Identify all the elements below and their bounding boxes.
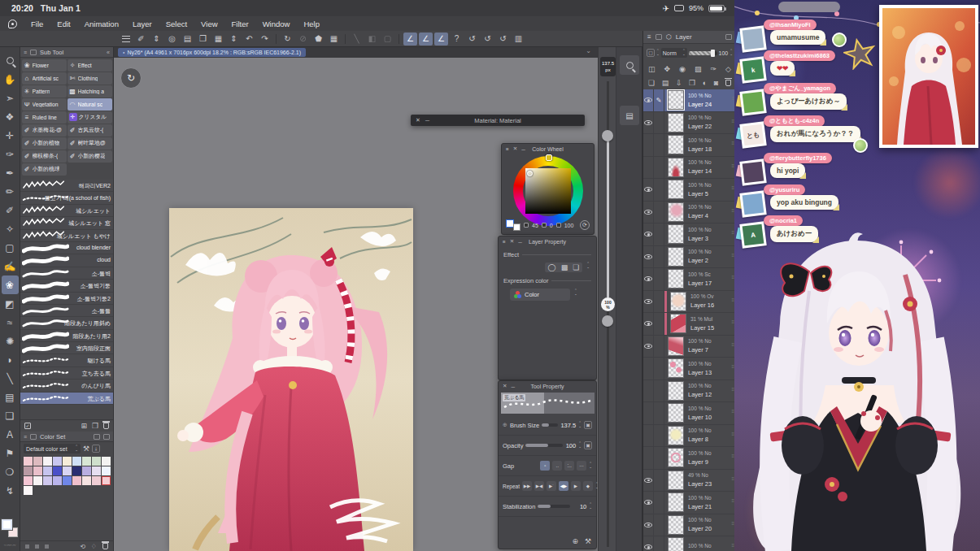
layer-visibility-cell[interactable] bbox=[643, 246, 654, 268]
eye-icon[interactable] bbox=[644, 299, 652, 304]
layer-thumbnail[interactable] bbox=[668, 471, 684, 490]
menu-filter[interactable]: Filter bbox=[232, 20, 249, 28]
brush-item[interactable]: 室内階段正面 bbox=[20, 342, 113, 354]
brush-item[interactable]: 소-돌벽기둥2 bbox=[20, 293, 113, 305]
save-options-icon[interactable]: ⇕ bbox=[227, 33, 241, 46]
subtool-group-11[interactable]: ✐古风云纹-( bbox=[68, 124, 112, 137]
layer-edit-cell[interactable] bbox=[654, 358, 664, 380]
color-swatch[interactable] bbox=[24, 486, 33, 495]
edit-in-clip-studio-icon[interactable]: ✐ bbox=[134, 33, 148, 46]
layer-edit-cell[interactable] bbox=[654, 291, 664, 313]
draft-layer-icon[interactable]: ✑ bbox=[711, 65, 717, 73]
color-swatch[interactable] bbox=[72, 466, 81, 475]
color-swatch[interactable] bbox=[63, 457, 72, 466]
color-swatch[interactable] bbox=[53, 476, 62, 485]
gap-stepper[interactable]: ⌃⌄ bbox=[589, 462, 592, 469]
brush-item[interactable]: 소-돌벽 bbox=[20, 267, 113, 280]
layer-visibility-cell[interactable] bbox=[643, 492, 654, 514]
color-swatch[interactable] bbox=[102, 466, 111, 475]
layer-row[interactable]: 100 % NoLayer 7≡ bbox=[643, 336, 736, 358]
edit-colorset-icon[interactable]: ⚒ bbox=[83, 445, 89, 453]
layer-visibility-cell[interactable] bbox=[643, 89, 654, 111]
repeat-option-5[interactable]: ◆ bbox=[583, 481, 593, 491]
stabilization-slider[interactable] bbox=[538, 505, 570, 508]
eraser-tool-icon[interactable]: ◩ bbox=[2, 294, 19, 313]
layer-edit-cell[interactable] bbox=[654, 425, 664, 447]
crop-frame-icon[interactable]: ▦ bbox=[327, 33, 341, 46]
brush-item[interactable]: 소-돌벽기둥 bbox=[20, 280, 113, 292]
subtool-group-10[interactable]: ✐水墨梅花-@ bbox=[22, 124, 67, 137]
new-file-icon[interactable]: ▤ bbox=[181, 33, 194, 46]
polyline-tool-icon[interactable]: ⚑ bbox=[2, 444, 19, 462]
close-icon[interactable]: ✕ bbox=[510, 238, 514, 245]
clip-to-layer-icon[interactable]: ◫ bbox=[648, 65, 656, 73]
layer-thumbnail[interactable] bbox=[670, 292, 686, 311]
menu-layer[interactable]: Layer bbox=[133, 20, 152, 28]
color-swatch[interactable] bbox=[24, 476, 33, 485]
material-panel-titlebar[interactable]: ✕ ─ Material: Material bbox=[411, 115, 585, 126]
color-swatch[interactable] bbox=[43, 466, 52, 475]
small-view-icon[interactable] bbox=[25, 544, 29, 549]
main-menu-icon[interactable] bbox=[119, 33, 133, 46]
repeat-option-4[interactable]: ▶ bbox=[571, 481, 581, 491]
layer-edit-cell[interactable] bbox=[654, 447, 664, 469]
eye-icon[interactable] bbox=[644, 98, 652, 102]
eye-icon[interactable] bbox=[644, 120, 652, 125]
layer-thumbnail[interactable] bbox=[668, 448, 684, 467]
subtool-group-12[interactable]: ✐小新的植物 bbox=[22, 137, 67, 150]
menu-edit[interactable]: Edit bbox=[57, 20, 70, 28]
subtool-group-9[interactable]: ✛クリスタル bbox=[68, 111, 112, 124]
layer-visibility-cell[interactable] bbox=[643, 134, 654, 156]
size-slider-knob[interactable] bbox=[602, 130, 613, 141]
color-swatch[interactable] bbox=[43, 457, 52, 466]
eyedropper-tool-icon[interactable]: ✑ bbox=[2, 145, 19, 163]
layer-row[interactable]: 100 % NoLayer 10≡ bbox=[643, 402, 736, 425]
gradient-disabled-icon[interactable]: ◧ bbox=[365, 33, 379, 46]
tone-effect-icon[interactable]: ▩ bbox=[561, 263, 568, 271]
minimize-icon[interactable]: ─ bbox=[511, 384, 515, 389]
brush-item[interactable]: 소-돌들 bbox=[20, 305, 113, 317]
color-swatch[interactable] bbox=[33, 466, 42, 475]
fg-bg-color-swatches[interactable] bbox=[506, 219, 520, 231]
repeat-option-3[interactable]: ◀▶ bbox=[559, 481, 568, 491]
frame-border-tool-icon[interactable]: ❏ bbox=[2, 406, 19, 425]
menu-window[interactable]: Window bbox=[263, 20, 290, 28]
layer-visibility-cell[interactable] bbox=[643, 536, 654, 551]
figure-tool-icon[interactable]: ↯ bbox=[2, 481, 19, 500]
subtool-group-13[interactable]: ✐树叶草地@ bbox=[68, 137, 112, 150]
hue-marker[interactable] bbox=[546, 154, 552, 161]
brush-size-value[interactable]: 137.5 bbox=[560, 422, 576, 429]
opacity-stepper[interactable]: ⌃⌄ bbox=[578, 442, 581, 449]
layer-thumbnail[interactable] bbox=[668, 202, 684, 222]
fill-tool-icon[interactable]: ◗ bbox=[2, 350, 19, 369]
opacity-slider-track[interactable] bbox=[607, 328, 609, 547]
fg-color-swatch[interactable] bbox=[2, 519, 12, 530]
layer-edit-cell[interactable] bbox=[654, 380, 664, 402]
layer-thumbnail[interactable] bbox=[668, 269, 684, 289]
opacity-slider-knob[interactable] bbox=[602, 315, 613, 327]
canvas-rotate-reset-button[interactable]: ↻ bbox=[120, 67, 142, 89]
layer-row[interactable]: 100 % NoLayer 12≡ bbox=[643, 380, 736, 403]
layer-thumbnail[interactable] bbox=[668, 403, 684, 423]
layer-edit-cell[interactable] bbox=[654, 179, 664, 201]
screen-mirroring-icon[interactable] bbox=[674, 5, 684, 11]
move-layer-tool-icon[interactable]: ✛ bbox=[2, 126, 19, 145]
expression-chevrons-icon[interactable]: ⌃⌄ bbox=[574, 289, 577, 296]
layer-edit-cell[interactable] bbox=[654, 268, 664, 290]
layer-thumbnail[interactable] bbox=[670, 314, 686, 333]
layer-edit-cell[interactable] bbox=[654, 470, 664, 492]
brush-item[interactable]: 立ち去る馬 bbox=[20, 367, 113, 380]
brush-size-dynamics-button[interactable]: ▣ bbox=[584, 421, 592, 429]
add-subtool-icon[interactable]: ⊞ bbox=[81, 422, 87, 430]
color-swatch[interactable] bbox=[102, 457, 111, 466]
subtool-group-4[interactable]: ✳Pattern bbox=[22, 85, 67, 98]
brush-item[interactable]: cloud bbox=[20, 254, 113, 267]
colorset-preset-dropdown[interactable]: Default color set ⌃⌄ bbox=[24, 444, 81, 453]
layer-thumbnail[interactable] bbox=[668, 90, 684, 110]
layer-opacity-stepper[interactable]: ⌃⌄ bbox=[730, 50, 733, 56]
marker-tool-icon[interactable]: ✏ bbox=[2, 182, 19, 201]
eye-icon[interactable] bbox=[644, 187, 652, 192]
layer-thumbnail[interactable] bbox=[668, 537, 684, 551]
layer-thumbnail[interactable] bbox=[668, 426, 684, 445]
brush-item[interactable]: 물고기 떼(a school of fish) bbox=[20, 192, 113, 204]
